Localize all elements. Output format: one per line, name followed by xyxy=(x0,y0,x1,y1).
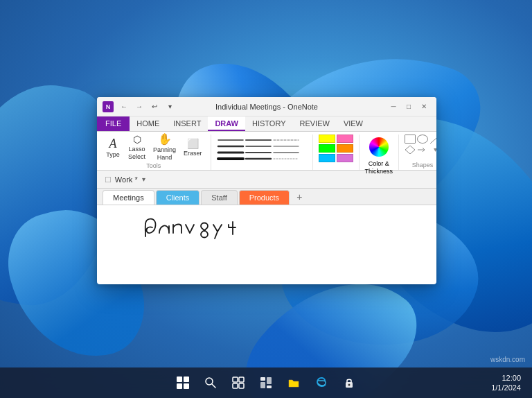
close-button[interactable]: ✕ xyxy=(417,100,431,114)
more-shapes[interactable]: ▾ xyxy=(429,145,436,154)
color-content: Color &Thickness xyxy=(365,135,393,175)
shapes-content: ▾ xyxy=(405,135,436,160)
ribbon-group-shapes: ▾ Shapes xyxy=(405,135,436,170)
svg-rect-17 xyxy=(239,377,244,382)
highlighter-bars xyxy=(319,135,335,162)
notebook-icon: □ xyxy=(105,174,111,184)
task-view-icon xyxy=(232,377,245,389)
type-button[interactable]: A Type xyxy=(103,135,123,161)
search-icon xyxy=(204,377,217,389)
watermark: wskdn.com xyxy=(490,356,525,363)
tab-insert[interactable]: INSERT xyxy=(166,116,208,131)
page-content[interactable] xyxy=(97,205,436,268)
yellow-highlighter[interactable] xyxy=(319,135,335,143)
svg-rect-22 xyxy=(260,382,265,388)
maximize-button[interactable]: □ xyxy=(402,100,416,114)
start-button[interactable] xyxy=(171,371,195,395)
blue-highlighter[interactable] xyxy=(319,154,335,162)
quick-access-toolbar: ← → ↩ ▾ xyxy=(118,101,176,113)
tab-file[interactable]: FILE xyxy=(97,116,130,131)
back-button[interactable]: ← xyxy=(118,101,130,113)
date-display: 1/1/2024 xyxy=(491,383,521,392)
page-tabs: Meetings Clients Staff Products + xyxy=(97,189,436,205)
tools-content: A Type ⬡ LassoSelect ✋ PanningHand ⬜ Era… xyxy=(103,135,205,161)
ribbon-group-highlighters xyxy=(319,135,360,170)
lasso-select-button[interactable]: ⬡ LassoSelect xyxy=(125,135,148,161)
pen-strokes-svg[interactable] xyxy=(217,137,303,166)
arrow-shape[interactable] xyxy=(417,145,428,154)
green-highlighter[interactable] xyxy=(319,144,335,153)
security-button[interactable] xyxy=(337,371,361,395)
svg-rect-16 xyxy=(233,377,238,382)
tab-view[interactable]: VIEW xyxy=(337,116,370,131)
panning-hand-button[interactable]: ✋ PanningHand xyxy=(150,135,179,161)
onenote-window: N ← → ↩ ▾ Individual Meetings - OneNote … xyxy=(97,97,436,284)
svg-rect-20 xyxy=(260,377,265,381)
file-explorer-button[interactable] xyxy=(282,371,305,395)
tab-home[interactable]: HOME xyxy=(130,116,166,131)
type-label: Type xyxy=(106,151,120,158)
panning-icon: ✋ xyxy=(158,134,172,145)
color-wheel[interactable] xyxy=(369,137,389,157)
pens-content xyxy=(217,135,307,167)
customize-qa-button[interactable]: ▾ xyxy=(163,101,176,113)
taskbar-icons xyxy=(171,371,361,395)
undo-button[interactable]: ↩ xyxy=(148,101,161,113)
shapes-label: Shapes xyxy=(412,162,434,170)
widgets-icon xyxy=(260,377,272,389)
svg-line-15 xyxy=(212,384,215,388)
add-tab-button[interactable]: + xyxy=(291,189,308,205)
lasso-label: LassoSelect xyxy=(128,146,145,161)
edge-icon xyxy=(315,377,328,389)
lasso-icon: ⬡ xyxy=(133,135,141,144)
svg-rect-18 xyxy=(233,383,238,388)
notebook-dropdown-icon: ▾ xyxy=(142,175,145,183)
svg-rect-23 xyxy=(267,386,272,388)
tab-meetings[interactable]: Meetings xyxy=(103,190,154,205)
notebook-name[interactable]: □ Work * ▾ xyxy=(103,173,148,186)
panning-label: PanningHand xyxy=(153,146,176,162)
color-label: Color &Thickness xyxy=(365,160,393,175)
title-bar: N ← → ↩ ▾ Individual Meetings - OneNote … xyxy=(97,97,436,116)
widgets-button[interactable] xyxy=(254,371,278,395)
svg-rect-21 xyxy=(267,377,272,384)
lock-icon xyxy=(343,377,355,389)
taskbar-right: 12:00 1/1/2024 xyxy=(491,373,521,393)
tab-draw[interactable]: DRAW xyxy=(208,116,245,131)
window-title: Individual Meetings - OneNote xyxy=(215,103,318,111)
tab-staff[interactable]: Staff xyxy=(201,190,237,205)
tab-products[interactable]: Products xyxy=(239,190,290,205)
orange-highlighter[interactable] xyxy=(337,144,353,153)
ribbon-draw: A Type ⬡ LassoSelect ✋ PanningHand ⬜ Era… xyxy=(97,132,436,171)
eraser-button[interactable]: ⬜ Eraser xyxy=(181,135,205,161)
rectangle-shape[interactable] xyxy=(405,135,416,144)
tab-review[interactable]: REVIEW xyxy=(292,116,336,131)
highlighters-content xyxy=(319,135,353,167)
diamond-shape[interactable] xyxy=(405,145,416,154)
time-display: 12:00 xyxy=(491,373,521,383)
forward-button[interactable]: → xyxy=(133,101,145,113)
svg-rect-19 xyxy=(239,383,244,388)
edge-button[interactable] xyxy=(310,371,333,395)
tab-clients[interactable]: Clients xyxy=(156,190,200,205)
taskbar: 12:00 1/1/2024 xyxy=(0,367,532,398)
line-shape[interactable] xyxy=(429,135,436,144)
notebook-label: Work * xyxy=(115,175,138,184)
tab-history[interactable]: HISTORY xyxy=(245,116,293,131)
purple-highlighter[interactable] xyxy=(337,154,353,162)
more-colors xyxy=(337,135,353,162)
system-clock[interactable]: 12:00 1/1/2024 xyxy=(491,373,521,393)
eraser-label: Eraser xyxy=(184,150,202,157)
svg-line-12 xyxy=(430,135,436,144)
minimize-button[interactable]: ─ xyxy=(387,100,400,114)
type-icon: A xyxy=(109,137,117,150)
task-view-button[interactable] xyxy=(227,371,250,395)
ellipse-shape[interactable] xyxy=(417,135,428,144)
pink-highlighter[interactable] xyxy=(337,135,353,143)
window-controls: ─ □ ✕ xyxy=(387,100,431,114)
search-button[interactable] xyxy=(199,371,222,395)
handwriting-canvas[interactable] xyxy=(139,212,277,254)
file-explorer-icon xyxy=(287,377,300,389)
svg-marker-13 xyxy=(405,146,415,154)
tools-label: Tools xyxy=(146,162,161,171)
